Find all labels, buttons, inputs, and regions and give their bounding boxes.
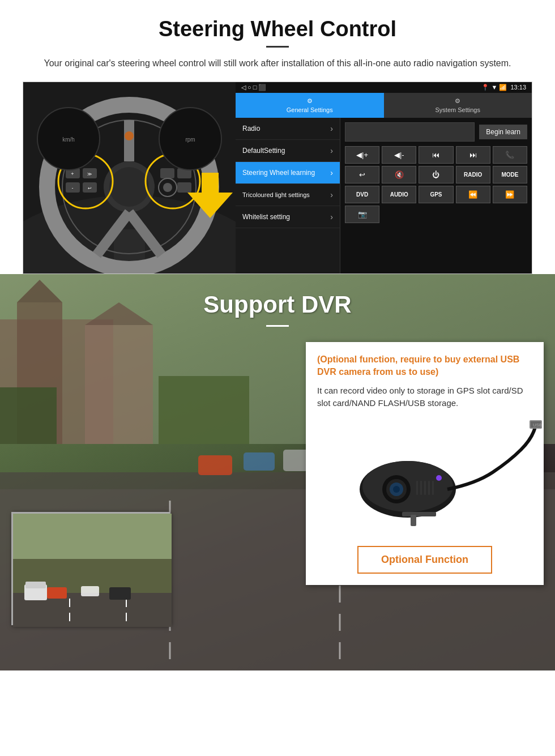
tab-system-settings[interactable]: ⚙ System Settings: [384, 93, 532, 118]
ctrl-mute[interactable]: 🔇: [382, 166, 416, 183]
svg-rect-67: [420, 481, 422, 495]
ctrl-fastfwd[interactable]: ⏩: [493, 186, 527, 203]
android-menu: Radio › DefaultSetting › Steering Wheel …: [236, 118, 340, 274]
optional-function-button[interactable]: Optional Function: [357, 546, 492, 574]
ctrl-audio[interactable]: AUDIO: [382, 186, 416, 203]
dvr-title: Support DVR: [0, 291, 555, 318]
chevron-right-icon: ›: [330, 168, 333, 177]
menu-label-default: DefaultSetting: [242, 147, 285, 155]
section-dvr: Support DVR (Optional: [0, 274, 555, 670]
ctrl-rewind[interactable]: ⏪: [456, 186, 490, 203]
svg-rect-55: [47, 587, 67, 599]
tab-system-label: System Settings: [436, 106, 480, 113]
menu-label-radio: Radio: [242, 125, 260, 133]
page-title: Steering Wheel Control: [23, 17, 532, 41]
svg-text:km/h: km/h: [62, 136, 75, 143]
ctrl-back[interactable]: ↩: [345, 166, 379, 183]
menu-label-whitelist: Whitelist setting: [242, 213, 290, 221]
svg-rect-50: [13, 514, 172, 559]
svg-rect-70: [432, 481, 434, 495]
dvr-thumbnail-svg: [13, 514, 172, 627]
chevron-right-icon: ›: [330, 212, 333, 221]
svg-rect-38: [0, 387, 57, 444]
ctrl-vol-up[interactable]: ◀|+: [345, 146, 379, 164]
ctrl-mode[interactable]: MODE: [493, 166, 527, 183]
dvr-background: Support DVR (Optional: [0, 274, 555, 670]
begin-learn-button[interactable]: Begin learn: [479, 125, 527, 139]
steering-wheel-photo: + ≫ - ↩ km/h rpm: [23, 82, 236, 274]
chevron-right-icon: ›: [330, 124, 333, 133]
menu-item-radio[interactable]: Radio ›: [236, 118, 340, 140]
android-tabs: ⚙ General Settings ⚙ System Settings: [236, 93, 532, 118]
menu-label-steering: Steering Wheel learning: [242, 169, 315, 177]
svg-text:+: +: [71, 171, 74, 177]
svg-text:USB: USB: [533, 422, 542, 428]
dvr-info-card: (Optional function, require to buy exter…: [306, 342, 544, 585]
svg-point-71: [436, 475, 442, 481]
ctrl-next-track[interactable]: ⏭: [456, 146, 490, 164]
dvr-storage-text: It can record video only to storage in G…: [317, 385, 532, 410]
clock: 13:13: [510, 84, 526, 91]
status-icons: 📍 ▼ 📶: [481, 84, 507, 91]
status-bar: ◁ ○ □ ⬛ 📍 ▼ 📶 13:13: [236, 82, 532, 93]
ctrl-phone[interactable]: 📞: [493, 146, 527, 164]
ctrl-vol-down[interactable]: ◀|-: [382, 146, 416, 164]
svg-rect-56: [81, 586, 99, 596]
svg-text:≫: ≫: [87, 172, 92, 177]
nav-icons: ◁ ○ □ ⬛: [241, 84, 266, 91]
menu-label-tricoloured: Tricoloured light settings: [242, 191, 310, 198]
tab-general-settings[interactable]: ⚙ General Settings: [236, 93, 384, 118]
svg-rect-66: [416, 481, 418, 495]
dvr-camera-product: USB: [317, 416, 532, 540]
ctrl-gps[interactable]: GPS: [419, 186, 453, 203]
svg-point-23: [163, 183, 172, 192]
android-ui: ◁ ○ □ ⬛ 📍 ▼ 📶 13:13 ⚙ General Settings ⚙…: [236, 82, 532, 274]
dvr-camera-svg: USB: [317, 416, 544, 540]
screenshot-area: + ≫ - ↩ km/h rpm: [23, 82, 532, 274]
subtitle-text: Your original car's steering wheel contr…: [23, 57, 532, 70]
android-right-panel: Begin learn ◀|+ ◀|- ⏮ ⏭ 📞 ↩ 🔇 ⏻ RADIO MO…: [340, 118, 532, 274]
gear-icon: ⚙: [307, 97, 313, 105]
menu-item-steering[interactable]: Steering Wheel learning ›: [236, 162, 340, 184]
ctrl-camera[interactable]: 📷: [345, 206, 379, 223]
ctrl-dvd[interactable]: DVD: [345, 186, 379, 203]
svg-rect-57: [109, 587, 131, 600]
svg-text:↩: ↩: [88, 186, 92, 191]
steering-wheel-svg: + ≫ - ↩ km/h rpm: [23, 82, 236, 274]
title-divider: [266, 46, 289, 48]
ctrl-radio[interactable]: RADIO: [456, 166, 490, 183]
section-steering-wheel: Steering Wheel Control Your original car…: [0, 0, 555, 274]
svg-rect-44: [244, 452, 275, 471]
optional-btn-container: Optional Function: [317, 546, 532, 574]
ctrl-power[interactable]: ⏻: [419, 166, 453, 183]
tab-general-label: General Settings: [287, 106, 333, 113]
svg-point-6: [109, 167, 149, 207]
dvr-title-divider: [266, 325, 289, 327]
menu-item-default[interactable]: DefaultSetting ›: [236, 140, 340, 162]
system-icon: ⚙: [455, 97, 460, 105]
svg-rect-43: [198, 455, 232, 475]
svg-rect-69: [428, 481, 430, 495]
chevron-right-icon: ›: [330, 190, 333, 199]
svg-rect-68: [424, 481, 426, 495]
svg-rect-35: [85, 325, 153, 444]
menu-item-whitelist[interactable]: Whitelist setting ›: [236, 206, 340, 228]
svg-point-65: [393, 486, 400, 493]
dvr-optional-text: (Optional function, require to buy exter…: [317, 353, 532, 379]
dvr-thumbnail-preview: [11, 512, 170, 625]
svg-text:-: -: [72, 185, 74, 191]
svg-rect-76: [411, 515, 416, 526]
android-content: Radio › DefaultSetting › Steering Wheel …: [236, 118, 532, 274]
svg-rect-75: [402, 512, 436, 516]
chevron-right-icon: ›: [330, 146, 333, 155]
svg-rect-59: [25, 582, 46, 588]
ctrl-prev-track[interactable]: ⏮: [419, 146, 453, 164]
svg-rect-20: [160, 168, 174, 178]
menu-item-tricoloured[interactable]: Tricoloured light settings ›: [236, 184, 340, 206]
svg-rect-24: [177, 182, 191, 193]
svg-rect-37: [159, 376, 249, 444]
svg-text:rpm: rpm: [185, 136, 195, 143]
begin-learn-row: Begin learn: [345, 122, 527, 142]
learn-input[interactable]: [345, 122, 475, 142]
svg-point-30: [125, 131, 134, 140]
